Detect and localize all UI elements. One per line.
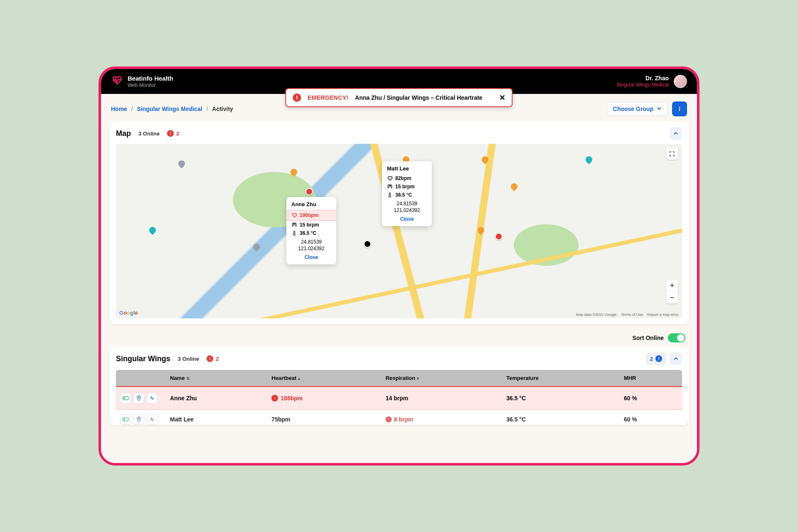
lungs-icon bbox=[387, 184, 393, 190]
lungs-icon bbox=[291, 222, 297, 228]
thermometer-icon bbox=[291, 230, 297, 236]
group-online-count: 3 Online bbox=[178, 356, 199, 362]
collapse-map-button[interactable] bbox=[670, 127, 682, 140]
cell-heartbeat: 75bpm bbox=[267, 410, 381, 425]
info-button[interactable] bbox=[672, 101, 687, 116]
map-popup-anne: Anne Zhu 190bpm 15 brpm 36.5 °C 24.8 bbox=[286, 197, 336, 264]
popup-lat: 24.81539 bbox=[387, 201, 427, 207]
alert-badge-icon: ! bbox=[167, 130, 174, 137]
popup-lon: 121.024392 bbox=[291, 246, 331, 252]
crumb-sep: / bbox=[206, 106, 208, 112]
popup-hr: 190bpm bbox=[300, 212, 318, 218]
logo-icon bbox=[111, 75, 123, 88]
popup-hr: 82bpm bbox=[395, 175, 411, 181]
vitals-button[interactable] bbox=[147, 414, 158, 425]
map-marker-matt[interactable] bbox=[364, 240, 371, 248]
locate-button[interactable] bbox=[133, 393, 144, 404]
cell-name: Anne Zhu bbox=[166, 387, 267, 410]
alert-label: EMERGENCY! bbox=[308, 94, 348, 101]
map-data-label: Map data ©2021 Google bbox=[576, 313, 617, 317]
popup-lon: 121.024392 bbox=[387, 207, 427, 214]
map-zoom-controls: + − bbox=[666, 280, 678, 303]
alert-close-button[interactable]: ✕ bbox=[499, 93, 505, 102]
heart-icon bbox=[291, 212, 297, 218]
group-table-card: Singular Wings 3 Online ! 2 2 ! bbox=[109, 347, 689, 425]
sort-asc-icon: ▴ bbox=[298, 376, 300, 381]
popup-close-button[interactable]: Close bbox=[387, 216, 427, 222]
arrow-up-icon: ↑ bbox=[271, 395, 278, 401]
popup-temp: 36.5 °C bbox=[395, 192, 412, 198]
tablet-frame: Beatinfo Health Web Monitor Dr. Zhao Sin… bbox=[99, 66, 699, 466]
zoom-in-button[interactable]: + bbox=[666, 280, 678, 292]
user-org: Singular Wings Medical bbox=[617, 82, 669, 88]
map-online-count: 3 Online bbox=[138, 131, 160, 137]
thermometer-icon bbox=[387, 192, 393, 198]
choose-group-dropdown[interactable]: Choose Group bbox=[607, 102, 668, 116]
chevron-down-icon bbox=[657, 106, 662, 112]
map-terms-link[interactable]: Terms of Use bbox=[621, 313, 643, 317]
cell-respiration: 14 brpm bbox=[382, 387, 502, 410]
map-viewport[interactable]: Anne Zhu 190bpm 15 brpm 36.5 °C 24.8 bbox=[116, 144, 682, 318]
popup-temp: 36.5 °C bbox=[300, 230, 316, 236]
screen: Beatinfo Health Web Monitor Dr. Zhao Sin… bbox=[101, 69, 697, 463]
cell-temperature: 36.5 °C bbox=[502, 387, 620, 410]
svg-point-6 bbox=[123, 419, 125, 420]
alert-badge-icon: ! bbox=[207, 355, 213, 362]
map-card: Map 3 Online ! 2 bbox=[109, 121, 689, 324]
filter-alerts-button[interactable]: 2 ! bbox=[646, 352, 666, 365]
breadcrumb: Home / Singular Wings Medical / Activity bbox=[111, 106, 233, 112]
crumb-sep: / bbox=[131, 106, 133, 112]
cell-respiration: !8 brpm bbox=[382, 410, 502, 425]
sort-both-icon: ⇅ bbox=[186, 376, 190, 381]
col-actions bbox=[116, 370, 166, 387]
map-popup-matt: Matt Lee 82bpm 15 brpm 36.5 °C 24.81 bbox=[382, 161, 432, 226]
brand-subtitle: Web Monitor bbox=[128, 82, 173, 88]
patients-table: Name⇅ Heartbeat▴ Respiration▾ Temperatur… bbox=[116, 370, 682, 425]
col-respiration[interactable]: Respiration▾ bbox=[382, 370, 502, 387]
cell-name: Matt Lee bbox=[166, 410, 267, 425]
svg-point-4 bbox=[138, 397, 140, 398]
table-row[interactable]: Matt Lee 75bpm !8 brpm 36.5 °C 60 % bbox=[116, 410, 682, 425]
device-status-icon[interactable] bbox=[120, 393, 131, 404]
sort-online-label: Sort Online bbox=[633, 335, 664, 341]
map-marker-anne[interactable] bbox=[305, 188, 313, 195]
svg-point-0 bbox=[679, 107, 680, 108]
col-temperature[interactable]: Temperature bbox=[502, 370, 620, 387]
cell-temperature: 36.5 °C bbox=[502, 410, 620, 425]
heart-icon bbox=[387, 175, 393, 181]
svg-rect-1 bbox=[679, 108, 680, 111]
svg-point-3 bbox=[123, 397, 125, 399]
map-alert-count: ! 2 bbox=[167, 130, 179, 137]
collapse-table-button[interactable] bbox=[670, 352, 682, 365]
col-name[interactable]: Name⇅ bbox=[166, 370, 267, 387]
group-title: Singular Wings bbox=[116, 355, 170, 363]
choose-group-label: Choose Group bbox=[613, 106, 653, 112]
avatar[interactable] bbox=[674, 75, 687, 88]
alert-badge-icon: ! bbox=[655, 355, 662, 362]
crumb-org[interactable]: Singular Wings Medical bbox=[137, 106, 202, 112]
cell-mhr: 60 % bbox=[620, 410, 682, 425]
group-alert-count: ! 2 bbox=[207, 355, 219, 362]
popup-resp: 15 brpm bbox=[395, 184, 415, 190]
device-status-icon[interactable] bbox=[120, 414, 131, 425]
locate-button[interactable] bbox=[133, 414, 144, 425]
alert-icon: ! bbox=[293, 94, 301, 102]
map-marker-alert[interactable] bbox=[495, 233, 502, 240]
map-report-link[interactable]: Report a map error bbox=[647, 313, 679, 317]
brand-title: Beatinfo Health bbox=[128, 75, 173, 82]
sort-online-toggle[interactable] bbox=[668, 333, 685, 342]
table-row[interactable]: Anne Zhu ↑188bpm 14 brpm 36.5 °C 60 % bbox=[116, 387, 682, 410]
crumb-home[interactable]: Home bbox=[111, 106, 127, 112]
map-fullscreen-button[interactable] bbox=[666, 148, 678, 160]
zoom-out-button[interactable]: − bbox=[666, 292, 678, 303]
alert-text: Anna Zhu / Singular Wings – Critical Hea… bbox=[355, 94, 482, 101]
crumb-current: Activity bbox=[212, 106, 233, 112]
col-mhr[interactable]: MHR bbox=[620, 370, 682, 387]
vitals-button[interactable] bbox=[147, 393, 158, 404]
emergency-alert: ! EMERGENCY! Anna Zhu / Singular Wings –… bbox=[285, 88, 512, 107]
col-heartbeat[interactable]: Heartbeat▴ bbox=[267, 370, 381, 387]
popup-lat: 24.81539 bbox=[291, 239, 331, 246]
popup-close-button[interactable]: Close bbox=[291, 254, 331, 260]
user-name: Dr. Zhao bbox=[645, 75, 669, 82]
popup-name: Anne Zhu bbox=[291, 201, 331, 207]
